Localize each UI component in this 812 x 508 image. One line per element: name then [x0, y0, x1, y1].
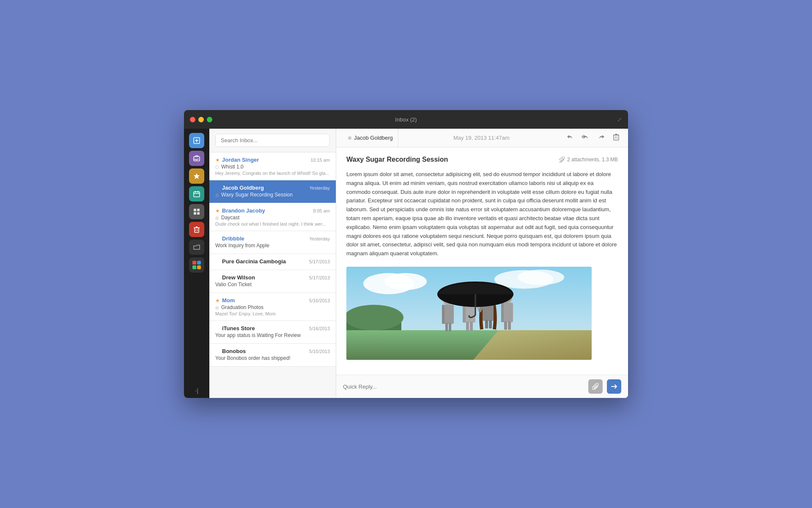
subject-icon: ◎: [215, 305, 219, 310]
preview-text: Mazel Tov! Enjoy. Love, Mom: [215, 311, 330, 316]
email-date: May 19, 2013 11:47am: [398, 135, 565, 141]
maximize-button[interactable]: [207, 117, 212, 122]
email-time: 5/17/2013: [309, 275, 330, 280]
svg-rect-19: [614, 135, 619, 140]
svg-rect-6: [194, 192, 200, 197]
subject-line: Work Inquiry from Apple: [215, 243, 269, 248]
list-item[interactable]: ★ Mom 5/16/2013 ◎ Graduation Photos Maze…: [209, 293, 336, 321]
app-body: -] ★ Jordan Singer 10:15 am: [184, 129, 628, 398]
sender-name: Jordan Singer: [222, 157, 259, 163]
email-list: ★ Jordan Singer 10:15 am ⬡ Whistl 1.0 He…: [209, 152, 336, 398]
sidebar-bottom: -]: [195, 387, 198, 394]
attachments-info: 2 attachments, 1.3 MB: [559, 157, 618, 163]
starred-sidebar-icon[interactable]: [189, 168, 204, 184]
svg-rect-35: [445, 323, 448, 331]
sender-name: Dribbble: [222, 235, 244, 242]
email-image: [346, 267, 592, 360]
email-detail-panel: Jacob Goldberg May 19, 2013 11:47am: [336, 129, 628, 398]
calendar-sidebar-icon[interactable]: [189, 186, 204, 202]
window-controls: [190, 117, 212, 122]
svg-rect-34: [442, 305, 444, 324]
star-icon: ★: [215, 298, 220, 304]
reply-button[interactable]: [565, 132, 576, 144]
star-icon: ★: [215, 208, 220, 214]
subject-line: Your app status is Waiting For Review: [215, 332, 301, 338]
compose-icon[interactable]: [189, 133, 204, 148]
list-item[interactable]: ★ Jacob Goldberg Yesterday ◎ Waxy Sugar …: [209, 180, 336, 203]
subject-line: Whistl 1.0: [221, 164, 244, 170]
minimize-button[interactable]: [198, 117, 204, 122]
sidebar: -]: [184, 129, 209, 398]
attachments-label: 2 attachments, 1.3 MB: [567, 157, 618, 163]
subject-line: Valio Con Ticket: [215, 282, 252, 287]
subject-icon: ◎: [215, 215, 219, 220]
sender-name: Jacob Goldberg: [222, 185, 264, 191]
svg-point-28: [518, 270, 564, 285]
svg-rect-41: [470, 322, 473, 331]
svg-rect-12: [194, 212, 196, 215]
email-subject-bar: Waxy Sugar Recording Session 2 attachmen…: [346, 156, 618, 163]
svg-rect-52: [508, 321, 511, 330]
email-time: 5/16/2013: [309, 298, 330, 303]
email-content: Waxy Sugar Recording Session 2 attachmen…: [336, 147, 628, 375]
close-button[interactable]: [190, 117, 195, 122]
sender-name: Pure Garcinia Cambogia: [222, 258, 286, 265]
sender-name: Bonobos: [222, 348, 246, 354]
svg-marker-5: [194, 173, 200, 179]
trash-sidebar-icon[interactable]: [189, 222, 204, 237]
svg-rect-36: [449, 323, 451, 331]
app-window: Inbox (2) ⤢: [184, 110, 628, 398]
attach-button[interactable]: [588, 379, 603, 394]
quick-reply-input[interactable]: [343, 384, 584, 390]
title-bar: Inbox (2) ⤢: [184, 110, 628, 129]
list-item[interactable]: ★ Bonobos 5/15/2013 Your Bonobos order h…: [209, 344, 336, 367]
reply-all-button[interactable]: [580, 132, 592, 144]
list-item[interactable]: ★ iTunes Store 5/16/2013 Your app status…: [209, 321, 336, 344]
email-time: 8:05 am: [313, 208, 330, 213]
email-time: 10:15 am: [310, 157, 330, 163]
grid-sidebar-icon[interactable]: [189, 204, 204, 219]
svg-rect-3: [194, 157, 200, 161]
list-item[interactable]: ★ Drew Wilson 5/17/2013 Valio Con Ticket: [209, 270, 336, 293]
attachment-icon: [559, 157, 565, 163]
subject-line: Your Bonobos order has shipped!: [215, 355, 291, 361]
svg-rect-13: [197, 212, 200, 215]
list-item[interactable]: ★ Dribbble Yesterday Work Inquiry from A…: [209, 231, 336, 254]
email-time: Yesterday: [309, 236, 330, 241]
inbox-sidebar-icon[interactable]: [189, 151, 204, 166]
svg-point-30: [346, 305, 403, 330]
svg-rect-11: [197, 209, 200, 211]
preview-text: Dude check out what I finished last nigh…: [215, 221, 330, 226]
sender-name: Drew Wilson: [222, 274, 255, 281]
list-item[interactable]: ★ Pure Garcinia Cambogia 5/17/2013: [209, 254, 336, 270]
sender-name: Brandon Jacoby: [222, 207, 265, 214]
fullscreen-button[interactable]: ⤢: [617, 116, 622, 123]
subject-icon: ⬡: [215, 165, 219, 169]
email-list-panel: ★ Jordan Singer 10:15 am ⬡ Whistl 1.0 He…: [209, 129, 336, 398]
list-item[interactable]: ★ Brandon Jacoby 8:05 am ◎ Daycast Dude …: [209, 203, 336, 231]
folder-sidebar-icon[interactable]: [189, 240, 204, 255]
forward-button[interactable]: [596, 132, 607, 144]
sender-name: Mom: [222, 297, 235, 304]
email-actions: [565, 132, 621, 144]
subject-line: Graduation Photos: [221, 304, 263, 310]
sidebar-collapse-button[interactable]: -]: [195, 387, 198, 394]
email-time: Yesterday: [309, 185, 330, 190]
email-tab-sender: Jacob Goldberg: [354, 135, 393, 141]
search-input[interactable]: [215, 134, 330, 147]
svg-rect-10: [194, 209, 196, 211]
svg-rect-51: [504, 321, 507, 330]
sender-name: iTunes Store: [222, 325, 255, 331]
apps-sidebar-icon[interactable]: [189, 257, 204, 273]
svg-rect-50: [501, 303, 504, 322]
email-detail-header: Jacob Goldberg May 19, 2013 11:47am: [336, 129, 628, 147]
search-bar: [209, 129, 336, 152]
subject-icon: ◎: [215, 193, 219, 197]
delete-button[interactable]: [611, 132, 621, 144]
send-button[interactable]: [607, 379, 621, 394]
email-time: 5/17/2013: [309, 259, 330, 264]
email-tab[interactable]: Jacob Goldberg: [343, 129, 398, 147]
email-body: Lorem ipsum dolor sit amet, consectetur …: [346, 170, 618, 258]
list-item[interactable]: ★ Jordan Singer 10:15 am ⬡ Whistl 1.0 He…: [209, 152, 336, 180]
subject-line: Waxy Sugar Recording Session: [221, 192, 293, 198]
